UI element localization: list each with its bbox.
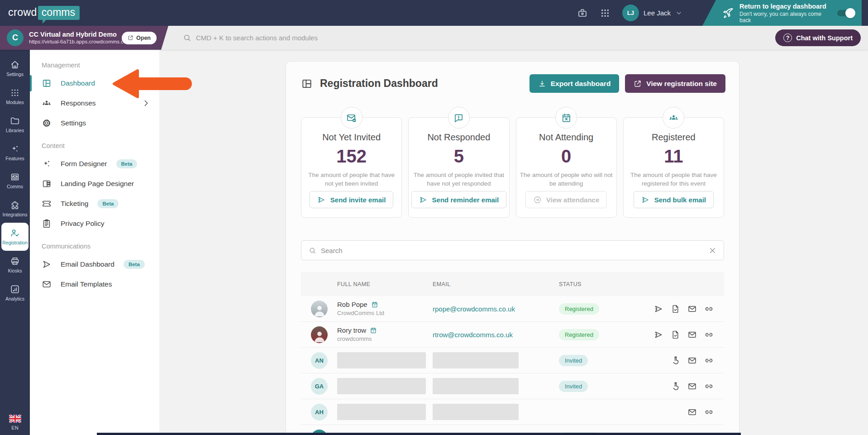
envelope-icon[interactable] [687,330,697,339]
menu-item-form-designer[interactable]: Form Designer Beta [30,154,159,174]
menu-item-label: Form Designer [61,160,107,168]
global-search-input[interactable] [196,34,467,42]
stat-value: 152 [336,146,367,167]
stat-value: 11 [664,146,683,167]
crowdcomms-logo: crowd comms [8,6,80,20]
send-invite-email-button[interactable]: Send invite email [310,191,394,208]
layout-icon [42,179,52,189]
toolbox-icon[interactable] [577,8,588,19]
table-row[interactable]: AH [301,399,724,425]
link-icon[interactable] [704,382,714,391]
export-dashboard-button[interactable]: Export dashboard [529,74,620,93]
file-check-icon[interactable] [671,330,680,339]
sidebar-item-libraries[interactable]: Libraries [1,110,29,139]
return-legacy-banner[interactable]: Return to legacy dashboard Don't worry, … [702,0,862,26]
table-row[interactable]: GA Invited [301,373,724,399]
global-search[interactable] [168,33,775,42]
envelope-icon [42,279,52,289]
open-event-button[interactable]: Open [122,32,157,44]
menu-item-privacy-policy[interactable]: Privacy Policy [30,214,159,234]
send-reminder-email-button[interactable]: Send reminder email [411,191,507,208]
person-silhouette-icon [314,305,325,316]
attendee-email[interactable]: rpope@crowdcomms.co.uk [433,305,559,313]
send-bulk-email-button[interactable]: Send bulk email [634,191,714,208]
menu-item-label: Ticketing [61,200,88,208]
menu-item-responses[interactable]: Responses [30,93,159,113]
avatar-initials: GA [311,378,328,395]
legacy-banner-subtitle: Don't worry, you can always come back [739,11,832,24]
menu-item-ticketing[interactable]: Ticketing Beta [30,194,159,214]
menu-section-content: Content [42,142,159,149]
stat-card-not-yet-invited: Not Yet Invited 152 The amount of people… [301,117,402,218]
attendee-name: Rob Pope [337,300,367,309]
legacy-toggle[interactable] [837,10,854,16]
send-email-icon[interactable] [654,304,663,314]
sidebar-item-registration[interactable]: Registration [1,223,29,251]
menu-item-email-templates[interactable]: Email Templates [30,274,159,294]
attendee-search[interactable] [301,240,724,260]
chat-with-support-button[interactable]: ? Chat with Support [775,29,861,46]
calendar-badge-icon[interactable] [371,301,378,308]
sidebar-item-features[interactable]: Features [1,139,29,167]
menu-item-dashboard[interactable]: Dashboard [30,73,159,93]
tap-register-icon[interactable] [671,356,680,365]
view-registration-site-button[interactable]: View registration site [625,74,725,93]
attendee-search-input[interactable] [321,247,704,254]
beta-badge: Beta [124,260,145,269]
link-icon[interactable] [704,330,714,339]
menu-item-email-dashboard[interactable]: Email Dashboard Beta [30,254,159,274]
send-icon [641,196,650,204]
stat-title: Not Yet Invited [322,132,381,143]
question-icon: ? [783,33,792,42]
sidebar-item-modules[interactable]: Modules [1,82,29,110]
sidebar-item-label: Features [5,156,24,161]
link-icon[interactable] [704,407,714,417]
sidebar-item-kiosks[interactable]: Kiosks [1,251,29,279]
sidebar-item-settings[interactable]: Settings [1,54,29,82]
stat-action-label: Send reminder email [432,196,499,204]
user-menu[interactable]: LJ Lee Jack [622,5,682,21]
menu-item-label: Privacy Policy [61,220,104,228]
dashboard-icon [42,78,52,88]
column-header-email: EMAIL [433,281,559,287]
calendar-badge-icon[interactable] [370,327,377,334]
menu-item-settings[interactable]: Settings [30,113,159,133]
envelope-icon[interactable] [687,407,697,417]
stat-action-label: View attendance [546,196,599,204]
download-icon [538,80,546,88]
menu-item-label: Responses [61,99,96,107]
link-icon[interactable] [704,304,714,314]
view-attendance-button[interactable]: View attendance [525,191,607,208]
tap-register-icon[interactable] [671,382,680,391]
envelope-icon[interactable] [687,304,697,314]
table-row[interactable]: AN Invited [301,348,724,373]
registration-dashboard-panel: Registration Dashboard Export dashboard … [286,61,739,435]
link-icon[interactable] [704,356,714,365]
attendee-name: Rory trow [337,326,366,335]
apps-grid-icon[interactable] [600,8,610,19]
table-row[interactable]: Rory trow crowdcomms rtrow@crowdcomms.co… [301,322,724,348]
external-link-icon [634,80,642,88]
file-check-icon[interactable] [671,304,680,314]
mail-minus-icon [341,107,362,129]
sidebar-item-label: Modules [6,100,24,105]
language-label: EN [11,425,18,430]
attendee-email[interactable]: rtrow@crowdcomms.co.uk [433,331,559,339]
envelope-icon[interactable] [687,356,697,365]
clear-search-icon[interactable] [709,247,716,254]
attendee-company: CrowdComms Ltd [337,310,433,317]
rocket-icon [722,7,734,19]
sidebar-item-comms[interactable]: Comms [1,167,29,195]
sidebar-item-analytics[interactable]: Analytics [1,279,29,307]
menu-item-landing-page-designer[interactable]: Landing Page Designer [30,174,159,194]
language-switcher[interactable]: EN [0,415,30,435]
column-header-status: STATUS [559,281,628,287]
send-email-icon[interactable] [654,330,663,339]
table-row[interactable]: Rob Pope CrowdComms Ltd rpope@crowdcomms… [301,296,724,322]
envelope-icon[interactable] [687,382,697,391]
stat-action-label: Send bulk email [654,196,706,204]
sidebar-item-label: Analytics [5,296,24,301]
sidebar-item-integrations[interactable]: Integrations [1,195,29,223]
sidebar-item-label: Libraries [6,128,24,133]
table-header: FULL NAME EMAIL STATUS [301,272,724,296]
